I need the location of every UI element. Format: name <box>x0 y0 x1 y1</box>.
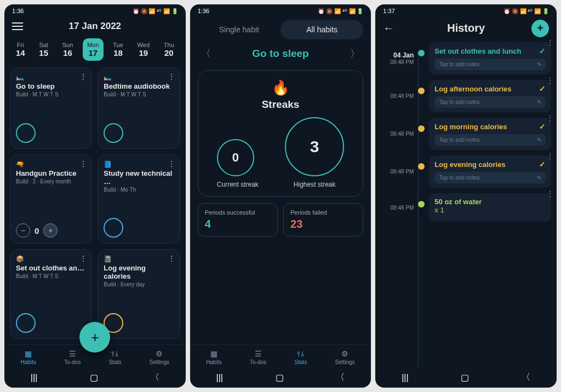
habit-card[interactable]: ⋮📦Set out clothes an…Build · M T W T S <box>10 249 92 339</box>
day-20[interactable]: Thu20 <box>159 38 179 61</box>
add-button[interactable]: + <box>79 322 110 353</box>
back-button[interactable]: 〈 <box>151 372 159 383</box>
timeline-dot <box>418 163 425 170</box>
back-button[interactable]: 〈 <box>336 372 345 383</box>
habit-title: Set out clothes an… <box>16 264 86 272</box>
add-button[interactable]: + <box>531 20 549 37</box>
day-selector: Fri14Sat15Sun16Mon17Tue18Wed19Thu20 <box>4 36 186 67</box>
more-icon[interactable]: ⋮ <box>547 152 553 160</box>
pencil-icon: ✎ <box>537 61 541 67</box>
day-16[interactable]: Sun16 <box>58 38 78 61</box>
completion-circle[interactable] <box>104 218 123 238</box>
history-timestamp: 04 Jan08:48 PM <box>380 42 414 74</box>
history-card[interactable]: ⋮Set out clothes and lunch✓Tap to add no… <box>429 42 551 74</box>
history-card[interactable]: ⋮Log morning calories✓Tap to add notes✎ <box>429 118 551 150</box>
home-button[interactable]: ▢ <box>276 372 284 383</box>
nav-habits[interactable]: ▦Habits <box>206 349 221 365</box>
history-card[interactable]: ⋮Log evening calories✓Tap to add notes✎ <box>429 155 551 188</box>
more-icon[interactable]: ⋮ <box>79 159 87 168</box>
current-streak-label: Current streak <box>217 181 259 188</box>
nav-settings[interactable]: ⚙Settings <box>150 349 169 365</box>
recents-button[interactable]: ||| <box>31 373 37 383</box>
more-icon[interactable]: ⋮ <box>547 114 553 122</box>
habit-card[interactable]: ⋮🛏️Go to sleepBuild · M T W T S <box>10 67 92 149</box>
habit-card[interactable]: ⋮🛏️Bedtime audiobookBuild · M T W T S <box>98 67 180 149</box>
history-card[interactable]: ⋮Log afternoon calories✓Tap to add notes… <box>429 80 551 112</box>
day-15[interactable]: Sat15 <box>35 38 53 61</box>
notes-field[interactable]: Tap to add notes✎ <box>434 96 546 108</box>
status-time: 1:36 <box>198 8 209 14</box>
tab-all-habits[interactable]: All habits <box>280 20 363 39</box>
notes-field[interactable]: Tap to add notes✎ <box>434 59 546 70</box>
recents-button[interactable]: ||| <box>402 373 408 383</box>
menu-icon[interactable] <box>12 22 23 30</box>
header: 17 Jan 2022 <box>4 18 186 36</box>
page-title: 17 Jan 2022 <box>69 21 121 32</box>
check-icon: ✓ <box>539 84 546 93</box>
day-18[interactable]: Tue18 <box>108 38 128 61</box>
habit-card[interactable]: ⋮📓Log evening caloriesBuild · Every day <box>98 249 180 339</box>
notes-field[interactable]: Tap to add notes✎ <box>434 134 546 146</box>
habit-selector: 〈 Go to sleep 〉 <box>190 39 371 68</box>
periods-fail-value: 23 <box>290 218 356 230</box>
nav-habits[interactable]: ▦Habits <box>21 349 36 365</box>
nav-to-dos[interactable]: ☰To-dos <box>250 349 266 365</box>
minus-button[interactable]: − <box>16 223 30 238</box>
history-title: Log afternoon calories✓ <box>434 84 546 93</box>
history-item: 04 Jan08:48 PM⋮Set out clothes and lunch… <box>380 42 551 74</box>
periods-success-value: 4 <box>205 218 271 230</box>
habit-subtitle: Build · 2 · Every month <box>16 178 86 185</box>
back-button[interactable]: 〈 <box>522 372 530 383</box>
counter-value: 0 <box>35 226 39 235</box>
completion-circle[interactable] <box>104 123 123 143</box>
history-card[interactable]: ⋮50 oz of waterx 1 <box>429 193 551 222</box>
tab-single-habit[interactable]: Single habit <box>198 20 280 39</box>
current-streak-value: 0 <box>217 139 254 176</box>
home-button[interactable]: ▢ <box>461 372 469 383</box>
screen-habits-home: 1:36 ⏰ 🔕 📶 ⁴ᴳ 📶 🔋 17 Jan 2022 Fri14Sat15… <box>4 4 186 388</box>
history-item: 08:48 PM⋮Log morning calories✓Tap to add… <box>380 118 551 150</box>
history-title: Log evening calories✓ <box>434 160 546 169</box>
nav-stats[interactable]: ⫯⫰Stats <box>109 349 122 365</box>
bottom-nav: ▦Habits☰To-dos⫯⫰Stats⚙Settings <box>190 344 371 367</box>
check-icon: ✓ <box>539 47 546 55</box>
more-icon[interactable]: ⋮ <box>168 254 175 263</box>
completion-circle[interactable] <box>16 123 36 143</box>
status-time: 1:36 <box>12 8 24 14</box>
nav-icon: ⫯⫰ <box>109 349 122 358</box>
plus-button[interactable]: + <box>43 223 58 238</box>
status-icons: ⏰ 🔕 📶 ⁴ᴳ 📶 🔋 <box>133 8 178 14</box>
home-button[interactable]: ▢ <box>90 372 98 383</box>
day-19[interactable]: Wed19 <box>133 38 154 61</box>
nav-to-dos[interactable]: ☰To-dos <box>64 349 81 365</box>
day-17[interactable]: Mon17 <box>83 38 103 61</box>
header: ← History + <box>375 18 557 39</box>
more-icon[interactable]: ⋮ <box>547 39 553 47</box>
notes-field[interactable]: Tap to add notes✎ <box>434 172 546 183</box>
more-icon[interactable]: ⋮ <box>168 159 175 168</box>
pencil-icon: ✎ <box>537 99 541 105</box>
more-icon[interactable]: ⋮ <box>547 77 553 84</box>
recents-button[interactable]: ||| <box>216 373 223 383</box>
more-icon[interactable]: ⋮ <box>79 254 87 263</box>
back-icon[interactable]: ← <box>383 22 394 34</box>
more-icon[interactable]: ⋮ <box>547 190 553 198</box>
day-14[interactable]: Fri14 <box>12 38 30 61</box>
nav-icon: ▦ <box>21 349 36 358</box>
flame-icon: 🔥 <box>204 79 358 96</box>
more-icon[interactable]: ⋮ <box>79 72 87 81</box>
more-icon[interactable]: ⋮ <box>168 72 175 81</box>
habit-title: Bedtime audiobook <box>104 82 174 90</box>
completion-circle[interactable] <box>16 313 36 333</box>
android-nav-bar: ||| ▢ 〈 <box>190 367 371 388</box>
nav-settings[interactable]: ⚙Settings <box>335 349 354 365</box>
android-nav-bar: ||| ▢ 〈 <box>375 367 557 388</box>
habit-card[interactable]: ⋮🔫Handgun PracticeBuild · 2 · Every mont… <box>10 154 92 244</box>
prev-habit-icon[interactable]: 〈 <box>201 47 211 60</box>
habit-title: Study new technical … <box>104 169 174 186</box>
nav-stats[interactable]: ⫯⫰Stats <box>294 349 307 365</box>
periods-success-label: Periods successful <box>205 209 271 216</box>
next-habit-icon[interactable]: 〉 <box>350 47 360 60</box>
status-bar: 1:37 ⏰ 🔕 📶 ⁴ᴳ 📶 🔋 <box>375 4 557 18</box>
habit-card[interactable]: ⋮📘Study new technical …Build · Mo Th <box>98 154 180 244</box>
